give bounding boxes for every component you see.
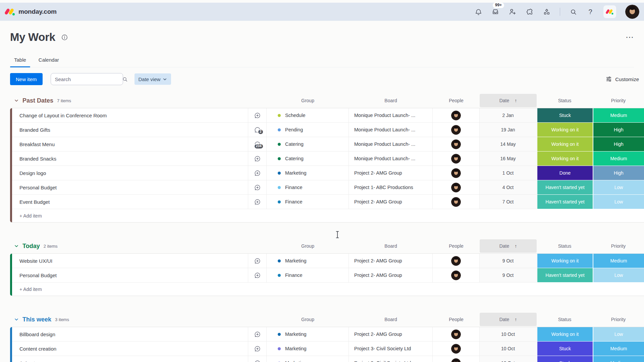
status-cell[interactable]: Working on it — [537, 254, 593, 268]
table-row[interactable]: Design logo Marketing Project 2- AMG Gro… — [10, 166, 644, 180]
date-cell[interactable]: 9 Oct — [480, 254, 537, 268]
monday-home-icon[interactable] — [603, 5, 616, 18]
board-cell[interactable]: Project 3- Civil Society Ltd — [349, 342, 433, 356]
date-cell[interactable]: 19 Jan — [480, 123, 537, 137]
column-header-priority[interactable]: Priority — [593, 94, 644, 107]
people-cell[interactable] — [433, 356, 480, 362]
collapse-group-chevron-icon[interactable] — [14, 317, 19, 322]
priority-cell[interactable]: High — [593, 166, 644, 180]
item-name[interactable]: Change of Layout in Conference Room — [12, 108, 248, 123]
group-title[interactable]: This week — [22, 316, 51, 323]
item-name[interactable]: Website UX/UI — [12, 254, 248, 268]
column-header-date[interactable]: Date↑ — [480, 313, 537, 326]
add-update-icon[interactable] — [254, 170, 261, 177]
board-cell[interactable]: Project 2- AMG Group — [349, 327, 433, 342]
status-cell[interactable]: Done — [537, 166, 593, 180]
people-cell[interactable] — [433, 137, 480, 152]
sort-ascending-icon[interactable]: ↑ — [515, 98, 517, 103]
status-cell[interactable]: Stuck — [537, 356, 593, 362]
assignee-avatar[interactable] — [451, 168, 461, 178]
notifications-bell-icon[interactable] — [474, 8, 482, 16]
sort-ascending-icon[interactable]: ↑ — [515, 243, 517, 249]
people-cell[interactable] — [433, 166, 480, 180]
status-cell[interactable]: Working on it — [537, 327, 593, 342]
item-name[interactable]: Branded Snacks — [12, 152, 248, 166]
column-header-date[interactable]: Date↑ — [480, 239, 537, 253]
table-row[interactable]: Change of Layout in Conference Room Sche… — [10, 108, 644, 123]
priority-cell[interactable]: Low — [593, 327, 644, 342]
group-cell[interactable]: Schedule — [267, 108, 349, 123]
date-view-dropdown[interactable]: Date view — [135, 73, 171, 85]
column-header-status[interactable]: Status — [537, 313, 593, 326]
priority-cell[interactable]: High — [593, 137, 644, 152]
group-title[interactable]: Today — [22, 243, 40, 250]
status-cell[interactable]: Stuck — [537, 108, 593, 123]
collapse-group-chevron-icon[interactable] — [14, 244, 19, 248]
item-name[interactable]: Design logo — [12, 166, 248, 180]
people-cell[interactable] — [433, 327, 480, 342]
board-cell[interactable]: Monique Product Launch- ... — [349, 123, 433, 137]
item-name[interactable]: Branded Gifts — [12, 123, 248, 137]
priority-cell[interactable]: Low — [593, 268, 644, 283]
assignee-avatar[interactable] — [451, 111, 461, 120]
item-name[interactable]: Billboard design — [12, 327, 248, 342]
replies-icon[interactable]: 2 — [254, 126, 261, 133]
column-header-priority[interactable]: Priority — [593, 313, 644, 326]
table-row[interactable]: Personal Budget Finance Project 1- ABC P… — [10, 180, 644, 195]
board-cell[interactable]: Monique Product Launch- ... — [349, 137, 433, 152]
help-icon[interactable]: ? — [586, 8, 594, 16]
status-cell[interactable]: Working on it — [537, 137, 593, 152]
group-title[interactable]: Past Dates — [22, 97, 53, 104]
column-header-board[interactable]: Board — [349, 313, 433, 326]
date-cell[interactable]: 10 Oct — [480, 356, 537, 362]
group-cell[interactable]: Marketing — [267, 327, 349, 342]
status-cell[interactable]: Haven't started yet — [537, 180, 593, 195]
inbox-icon[interactable]: 99+ — [491, 8, 499, 16]
table-row[interactable]: Animators Marketing Project 3- Civil Soc… — [10, 356, 644, 362]
tab-table[interactable]: Table — [14, 54, 26, 67]
column-header-board[interactable]: Board — [349, 94, 433, 107]
board-cell[interactable]: Project 2- AMG Group — [349, 195, 433, 209]
table-row[interactable]: Personal Budget Finance Project 2- AMG G… — [10, 268, 644, 283]
priority-cell[interactable]: High — [593, 123, 644, 137]
product-switcher-icon[interactable] — [543, 8, 551, 16]
add-update-icon[interactable] — [254, 112, 261, 119]
search-input[interactable] — [55, 76, 122, 82]
status-cell[interactable]: Haven't started yet — [537, 195, 593, 209]
priority-cell[interactable]: Low — [593, 180, 644, 195]
column-header-priority[interactable]: Priority — [593, 239, 644, 253]
column-header-board[interactable]: Board — [349, 239, 433, 253]
add-update-icon[interactable] — [254, 272, 261, 279]
table-row[interactable]: Branded Gifts 2 Pending Monique Product … — [10, 123, 644, 137]
assignee-avatar[interactable] — [451, 197, 461, 207]
date-cell[interactable]: 2 Jan — [480, 108, 537, 123]
group-cell[interactable]: Marketing — [267, 342, 349, 356]
people-cell[interactable] — [433, 342, 480, 356]
table-row[interactable]: Breakfast Menu 234 Catering Monique Prod… — [10, 137, 644, 152]
people-cell[interactable] — [433, 268, 480, 283]
priority-cell[interactable]: Medium — [593, 254, 644, 268]
group-cell[interactable]: Finance — [267, 180, 349, 195]
search-box[interactable] — [51, 73, 123, 85]
new-item-button[interactable]: New item — [10, 73, 43, 85]
column-header-people[interactable]: People — [433, 94, 480, 107]
add-update-icon[interactable] — [254, 345, 261, 352]
date-cell[interactable]: 1 Oct — [480, 166, 537, 180]
table-row[interactable]: Content creation Marketing Project 3- Ci… — [10, 342, 644, 356]
people-cell[interactable] — [433, 180, 480, 195]
table-row[interactable]: Event Budget Finance Project 2- AMG Grou… — [10, 195, 644, 209]
board-cell[interactable]: Project 1- ABC Productions — [349, 180, 433, 195]
status-cell[interactable]: Haven't started yet — [537, 268, 593, 283]
collapse-group-chevron-icon[interactable] — [14, 98, 19, 103]
column-header-people[interactable]: People — [433, 239, 480, 253]
date-cell[interactable]: 14 May — [480, 137, 537, 152]
group-cell[interactable]: Catering — [267, 152, 349, 166]
group-cell[interactable]: Catering — [267, 137, 349, 152]
board-cell[interactable]: Monique Product Launch- ... — [349, 152, 433, 166]
item-name[interactable]: Personal Budget — [12, 268, 248, 283]
date-cell[interactable]: 7 Oct — [480, 195, 537, 209]
priority-cell[interactable]: Medium — [593, 108, 644, 123]
people-cell[interactable] — [433, 123, 480, 137]
board-cell[interactable]: Project 3- Civil Society Ltd — [349, 356, 433, 362]
more-options-icon[interactable]: ⋯ — [626, 36, 634, 39]
